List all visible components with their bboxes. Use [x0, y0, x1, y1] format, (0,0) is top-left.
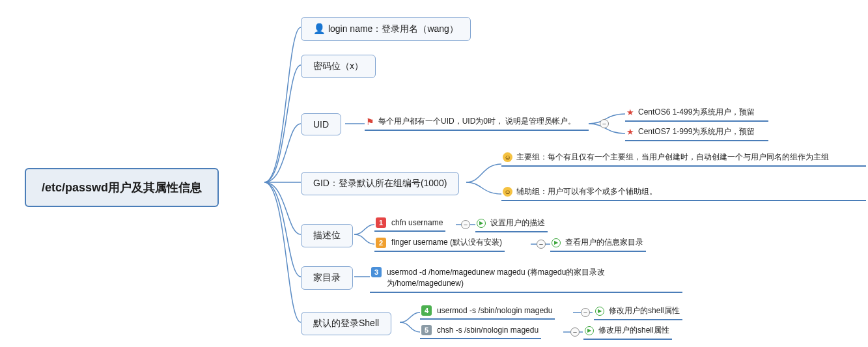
shell-label: 默认的登录Shell — [313, 318, 379, 328]
shell-note2-text: 修改用户的shell属性 — [598, 325, 669, 336]
play-icon: ▶ — [595, 307, 604, 316]
badge-4: 4 — [421, 305, 432, 316]
desc-label: 描述位 — [313, 230, 341, 240]
desc-cmd1: 1 chfn username — [374, 216, 445, 232]
node-desc[interactable]: 描述位 — [301, 224, 353, 247]
home-cmd-text: usermod -d /home/magedunew magedu (将mage… — [387, 267, 680, 289]
smile-icon: ☺ — [503, 187, 512, 197]
smile-icon: ☺ — [503, 152, 512, 162]
shell-note1-text: 修改用户的shell属性 — [609, 305, 680, 316]
desc-cmd2-text: finger username (默认没有安装) — [391, 237, 502, 248]
desc-cmd1-text: chfn username — [391, 218, 443, 227]
password-label: 密码位（x） — [313, 61, 363, 71]
play-icon: ▶ — [552, 238, 561, 247]
star-icon: ★ — [626, 127, 634, 137]
gid-sub2-text: 辅助组：用户可以有零个或多个辅助组。 — [516, 186, 657, 197]
shell-cmd1-text: usermod -s /sbin/nologin magedu — [437, 306, 552, 315]
gid-sub1: ☺ 主要组：每个有且仅有一个主要组，当用户创建时，自动创建一个与用户同名的组作为… — [501, 151, 866, 167]
desc-cmd2: 2 finger username (默认没有安装) — [374, 236, 505, 252]
flag-icon: ⚑ — [366, 117, 374, 127]
shell-cmd1: 4 usermod -s /sbin/nologin magedu — [420, 304, 555, 320]
shell-note1: ▶ 修改用户的shell属性 — [594, 304, 682, 320]
play-icon: ▶ — [585, 326, 594, 335]
gid-sub1-text: 主要组：每个有且仅有一个主要组，当用户创建时，自动创建一个与用户同名的组作为主组 — [516, 152, 829, 163]
desc-note2-text: 查看用户的信息家目录 — [565, 237, 643, 248]
star-icon: ★ — [626, 107, 634, 117]
node-password[interactable]: 密码位（x） — [301, 55, 376, 78]
uid-sub2-text: CentOS7 1-999为系统用户，预留 — [638, 126, 755, 137]
home-cmd: 3 usermod -d /home/magedunew magedu (将ma… — [370, 266, 682, 293]
desc-note1: ▶ 设置用户的描述 — [475, 216, 548, 232]
collapse-toggle[interactable]: − — [537, 240, 546, 249]
node-home[interactable]: 家目录 — [301, 266, 353, 290]
root-title: /etc/passwd用户及其属性信息 — [42, 181, 202, 194]
collapse-toggle[interactable]: − — [461, 220, 470, 229]
collapse-toggle[interactable]: − — [600, 119, 609, 128]
user-icon: 👤 — [313, 23, 326, 34]
desc-note1-text: 设置用户的描述 — [490, 217, 545, 229]
uid-desc-text: 每个用户都有一个UID，UID为0时， 说明是管理员帐户。 — [378, 116, 576, 127]
shell-cmd2-text: chsh -s /sbin/nologin magedu — [437, 326, 539, 335]
collapse-toggle[interactable]: − — [581, 308, 590, 317]
badge-5: 5 — [421, 325, 432, 335]
shell-note2: ▶ 修改用户的shell属性 — [583, 324, 672, 340]
uid-sub1: ★ CentOS6 1-499为系统用户，预留 — [625, 105, 768, 122]
collapse-toggle[interactable]: − — [570, 327, 580, 337]
gid-sub2: ☺ 辅助组：用户可以有零个或多个辅助组。 — [501, 185, 866, 201]
badge-1: 1 — [376, 217, 386, 228]
node-uid[interactable]: UID — [301, 113, 341, 135]
root-node[interactable]: /etc/passwd用户及其属性信息 — [25, 168, 219, 207]
badge-3: 3 — [371, 267, 382, 277]
home-label: 家目录 — [313, 272, 341, 283]
gid-label: GID：登录默认所在组编号(1000) — [313, 178, 447, 188]
uid-sub1-text: CentOS6 1-499为系统用户，预留 — [638, 107, 755, 118]
shell-cmd2: 5 chsh -s /sbin/nologin magedu — [420, 324, 541, 339]
uid-sub2: ★ CentOS7 1-999为系统用户，预留 — [625, 125, 768, 141]
desc-note2: ▶ 查看用户的信息家目录 — [550, 236, 646, 252]
node-login-name[interactable]: 👤 login name：登录用名（wang） — [301, 17, 471, 41]
node-shell[interactable]: 默认的登录Shell — [301, 312, 391, 335]
node-gid[interactable]: GID：登录默认所在组编号(1000) — [301, 172, 459, 195]
badge-2: 2 — [376, 238, 386, 248]
uid-desc: ⚑ 每个用户都有一个UID，UID为0时， 说明是管理员帐户。 — [365, 115, 589, 131]
login-label: login name：登录用名（wang） — [328, 23, 458, 34]
play-icon: ▶ — [477, 219, 486, 228]
uid-label: UID — [313, 119, 329, 130]
